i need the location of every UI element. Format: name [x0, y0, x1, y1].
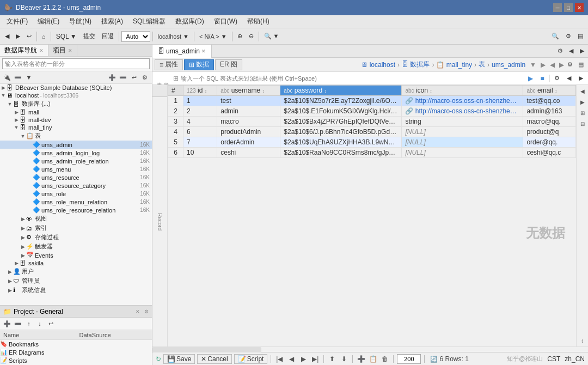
- col-header-id[interactable]: 123 id ↕: [183, 86, 217, 96]
- data-layout-btn[interactable]: ▤: [576, 60, 586, 70]
- tree-node-ums-role-menu[interactable]: 🔷 ums_role_menu_relation 16K: [0, 198, 152, 206]
- menu-help[interactable]: 帮助(H): [243, 16, 274, 27]
- cancel-button[interactable]: ✕ Cancel: [197, 354, 231, 364]
- project-tab[interactable]: 项目 ✕: [48, 45, 77, 56]
- auto-commit-select[interactable]: Auto: [121, 31, 150, 42]
- copy-row-button[interactable]: 📋: [368, 354, 378, 364]
- nav-last-button[interactable]: ▶|: [310, 354, 320, 364]
- close-button[interactable]: ✕: [575, 3, 584, 12]
- col-header-email[interactable]: abc email ↕: [523, 86, 576, 96]
- tree-node-indexes[interactable]: ▶ 🗂 索引: [0, 223, 152, 233]
- tab-panel-nav-left[interactable]: ◀: [566, 46, 576, 56]
- data-settings-btn[interactable]: ⚙: [565, 60, 575, 70]
- tree-node-databases[interactable]: ▼ 🗄 数据库 (...): [0, 99, 152, 108]
- db-select[interactable]: < N/A > ▼: [197, 31, 230, 42]
- menu-edit[interactable]: 编辑(E): [33, 16, 64, 27]
- tree-node-ums-resource-cat[interactable]: 🔷 ums_resource_category 16K: [0, 181, 152, 190]
- strip-btn-4[interactable]: ⊟: [578, 119, 587, 129]
- project-down-button[interactable]: ↓: [35, 319, 45, 328]
- tree-node-ums-role-resource[interactable]: 🔷 ums_role_resource_relation 16K: [0, 206, 152, 214]
- limit-input[interactable]: [397, 354, 421, 364]
- menu-database[interactable]: 数据库(D): [171, 16, 209, 27]
- tree-node-ums-admin-role[interactable]: 🔷 ums_admin_role_relation 16K: [0, 157, 152, 165]
- minimize-button[interactable]: ─: [553, 3, 562, 12]
- delete-row-button[interactable]: 🗑: [380, 354, 390, 364]
- project-add-button[interactable]: ➕: [2, 319, 12, 328]
- project-panel-menu[interactable]: ⚙: [144, 309, 149, 314]
- menu-nav[interactable]: 导航(N): [65, 16, 96, 27]
- data-tab[interactable]: ⊞ 数据: [184, 59, 214, 70]
- menu-search[interactable]: 搜索(A): [97, 16, 127, 27]
- project-item-er[interactable]: 📊 ER Diagrams: [0, 348, 152, 356]
- tree-search-input[interactable]: [2, 58, 150, 69]
- tree-node-sysinfo[interactable]: ▶ ℹ 系统信息: [0, 285, 152, 295]
- tree-node-triggers[interactable]: ▶ ⚡ 触发器: [0, 242, 152, 251]
- sql-filter-input[interactable]: [181, 75, 523, 82]
- strip-btn-5[interactable]: ↕: [578, 336, 587, 345]
- strip-btn-2[interactable]: ▶: [578, 97, 587, 107]
- tree-node-dbeaver-sample[interactable]: ▶ 🗄 DBeaver Sample Database (SQLite): [0, 84, 152, 92]
- table-row[interactable]: 5 7 orderAdmin $2a$10$UqEhA9UZXjHHA3B.L9…: [168, 137, 576, 148]
- project-panel-close[interactable]: ✕: [136, 309, 140, 314]
- add-button[interactable]: ➕: [107, 72, 117, 82]
- strip-btn-3[interactable]: ⊞: [578, 108, 587, 118]
- script-button[interactable]: 📝 Script: [234, 354, 268, 364]
- tab-close-icon[interactable]: ✕: [201, 48, 206, 54]
- project-item-bookmarks[interactable]: 🔖 Bookmarks: [0, 340, 152, 348]
- tree-node-tables[interactable]: ▼ 📋 表: [0, 131, 152, 141]
- tree-node-localhost[interactable]: ▼ 🖥 localhost - localhost:3306: [0, 92, 152, 99]
- layout-button[interactable]: ▤: [575, 31, 586, 42]
- filter-nav-back[interactable]: ◀: [564, 74, 574, 83]
- refresh-button[interactable]: ↩: [24, 31, 34, 42]
- import-button[interactable]: ⬇: [339, 354, 349, 364]
- collapse-button[interactable]: ➖: [13, 72, 23, 82]
- refresh-tree-button[interactable]: ↩: [129, 72, 139, 82]
- table-row[interactable]: 4 6 productAdmin $2a$10$6/J.p.6Bhn7ic4Gf…: [168, 127, 576, 137]
- tree-node-mall-tiny[interactable]: ▼ 🗄 mall_tiny: [0, 124, 152, 131]
- db-navigator-tab[interactable]: 数据库导航 ✕: [0, 45, 48, 56]
- tree-node-ums-resource[interactable]: 🔷 ums_resource 16K: [0, 173, 152, 181]
- run-filter-button[interactable]: ▶: [525, 74, 535, 83]
- tree-node-mall[interactable]: ▶ 🗄 mall: [0, 108, 152, 116]
- project-refresh-button[interactable]: ↩: [46, 319, 56, 328]
- project-delete-button[interactable]: ➖: [13, 319, 23, 328]
- table-row[interactable]: 3 4 macro $2a$10$Bx4jZPR7GhEpIQfefDQtVeS…: [168, 117, 576, 127]
- project-up-button[interactable]: ↑: [24, 319, 34, 328]
- db-tree[interactable]: ▶ 🗄 DBeaver Sample Database (SQLite) ▼ 🖥…: [0, 84, 152, 305]
- menu-sql-editor[interactable]: SQL编辑器: [128, 16, 170, 27]
- data-table-container[interactable]: # 123 id ↕ abc username ↕: [168, 85, 576, 346]
- col-header-username[interactable]: abc username ↕: [217, 86, 280, 96]
- tree-node-events[interactable]: ▶ 📅 Events: [0, 251, 152, 259]
- strip-btn-1[interactable]: ◀: [578, 86, 587, 96]
- filter-settings-btn[interactable]: ⚙: [552, 74, 562, 83]
- new-connection-button[interactable]: 🔌: [2, 72, 12, 82]
- stop-filter-button[interactable]: ■: [537, 74, 547, 83]
- nav-next-button[interactable]: ▶: [298, 354, 308, 364]
- properties-tab[interactable]: ≡ 属性: [155, 59, 183, 70]
- col-header-password[interactable]: abc password ↕: [280, 86, 402, 96]
- ums-admin-tab[interactable]: 🗄 ums_admin ✕: [152, 45, 212, 58]
- back-button[interactable]: ◀: [2, 31, 12, 42]
- tree-node-sakila[interactable]: ▶ 🗄 sakila: [0, 259, 152, 267]
- home-button[interactable]: ⌂: [39, 31, 48, 42]
- tree-node-procedures[interactable]: ▶ ⚙ 存储过程: [0, 233, 152, 242]
- tree-node-ums-admin[interactable]: 🔷 ums_admin 16K: [0, 141, 152, 149]
- tree-settings-button[interactable]: ⚙: [140, 72, 150, 82]
- settings-button[interactable]: ⚙: [563, 31, 574, 42]
- zoom-in-button[interactable]: ⊕: [235, 31, 245, 42]
- tree-node-views[interactable]: ▶ 👁 视图: [0, 214, 152, 223]
- table-row[interactable]: 6 10 ceshi $2a$10$RaaNo9CC0RSms8mc/gJpCu…: [168, 148, 576, 158]
- project-tab-close[interactable]: ✕: [68, 48, 72, 53]
- tab-panel-settings[interactable]: ⚙: [555, 46, 565, 56]
- menu-file[interactable]: 文件(F): [2, 16, 32, 27]
- horizontal-scrollbar[interactable]: [152, 346, 588, 352]
- tree-node-ums-menu[interactable]: 🔷 ums_menu 16K: [0, 165, 152, 173]
- rollback-button[interactable]: 回退: [99, 31, 117, 42]
- search-toolbar-button[interactable]: 🔍 ▼: [261, 31, 282, 42]
- connection-select[interactable]: localhost ▼: [155, 31, 192, 42]
- save-button[interactable]: 💾 Save: [163, 354, 195, 364]
- tab-panel-nav-right[interactable]: ▶: [577, 46, 587, 56]
- table-row[interactable]: 2 2 admin $2a$10$.E1FokumK5GIXWgKlg.Hci/…: [168, 106, 576, 117]
- sql-button[interactable]: SQL ▼: [53, 31, 79, 42]
- table-row[interactable]: 1 1 test $2a$10$NZ5o7r2E.ayT2Zoxgjll.e/6…: [168, 96, 576, 106]
